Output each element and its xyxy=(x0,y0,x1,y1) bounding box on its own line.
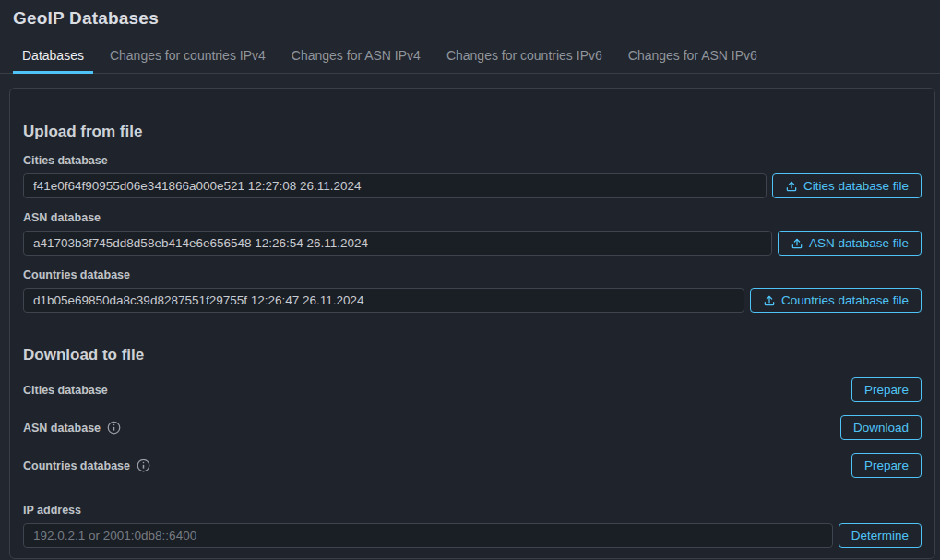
cities-database-label: Cities database xyxy=(23,154,922,167)
upload-section-title: Upload from file xyxy=(23,123,922,141)
upload-field-cities: Cities database Cities database file xyxy=(23,154,922,198)
upload-field-asn: ASN database ASN database file xyxy=(23,211,922,256)
download-section: Download to file Cities database Prepare… xyxy=(23,346,922,548)
page-title: GeoIP Databases xyxy=(0,0,940,29)
tab-changes-asn-ipv4[interactable]: Changes for ASN IPv4 xyxy=(282,42,430,74)
asn-database-label: ASN database xyxy=(23,211,922,224)
tab-changes-countries-ipv4[interactable]: Changes for countries IPv4 xyxy=(101,42,275,74)
asn-download-button[interactable]: Download xyxy=(840,415,922,440)
countries-prepare-button[interactable]: Prepare xyxy=(851,453,922,478)
download-row-countries: Countries database Prepare xyxy=(23,453,922,478)
ip-address-input[interactable] xyxy=(23,523,833,548)
cities-prepare-button[interactable]: Prepare xyxy=(851,377,922,402)
ip-address-section: IP address Determine xyxy=(23,504,922,548)
download-row-cities: Cities database Prepare xyxy=(23,377,922,402)
upload-icon xyxy=(763,294,776,307)
countries-database-download-label: Countries database xyxy=(23,459,130,472)
tab-databases[interactable]: Databases xyxy=(13,42,93,74)
upload-field-countries: Countries database Countries database fi… xyxy=(23,268,922,313)
download-section-title: Download to file xyxy=(23,346,922,364)
countries-database-hash-input[interactable] xyxy=(23,288,744,313)
databases-panel: Upload from file Cities database Cities … xyxy=(9,88,935,559)
cities-database-hash-input[interactable] xyxy=(23,173,767,198)
tab-changes-asn-ipv6[interactable]: Changes for ASN IPv6 xyxy=(619,42,767,74)
info-icon[interactable] xyxy=(107,421,121,435)
info-icon[interactable] xyxy=(137,459,150,472)
asn-database-file-button[interactable]: ASN database file xyxy=(778,231,922,256)
tab-changes-countries-ipv6[interactable]: Changes for countries IPv6 xyxy=(437,42,612,74)
cities-database-file-button[interactable]: Cities database file xyxy=(772,173,922,198)
countries-database-file-button[interactable]: Countries database file xyxy=(750,288,922,313)
asn-database-download-label: ASN database xyxy=(23,422,101,435)
determine-button[interactable]: Determine xyxy=(839,523,922,548)
countries-database-label: Countries database xyxy=(23,268,922,281)
cities-database-download-label: Cities database xyxy=(23,384,108,397)
upload-icon xyxy=(785,180,798,193)
upload-icon xyxy=(791,237,803,250)
download-row-asn: ASN database Download xyxy=(23,415,922,440)
asn-database-hash-input[interactable] xyxy=(23,231,772,256)
tab-bar: Databases Changes for countries IPv4 Cha… xyxy=(0,42,940,74)
ip-address-label: IP address xyxy=(23,504,922,517)
